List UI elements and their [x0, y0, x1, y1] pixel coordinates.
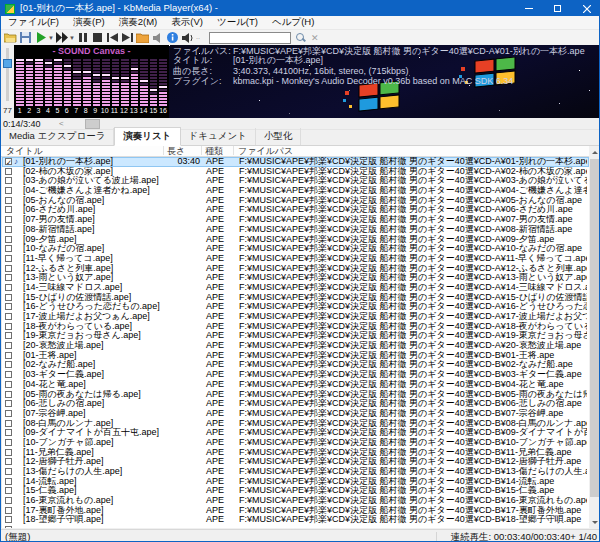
spectrum-analyzer[interactable]: - SOUND Canvas - 12345678910111213141516 — [14, 45, 169, 118]
playlist-row[interactable]: [16-どうせひろった恋だもの.ape]APEF:¥MUSIC¥APE¥邦楽¥C… — [2, 302, 589, 312]
folder-button[interactable] — [135, 31, 150, 44]
volume-menu-caret[interactable]: ·· — [195, 35, 201, 41]
playlist-row[interactable]: [11-早く帰ってコ.ape]APEF:¥MUSIC¥APE¥邦楽¥CD¥決定版… — [2, 254, 589, 264]
open-button[interactable] — [3, 31, 18, 44]
column-type[interactable]: 種類 — [205, 146, 223, 157]
playlist-row[interactable]: [07-宗谷岬.ape]APEF:¥MUSIC¥APE¥邦楽¥CD¥決定版 船村… — [2, 409, 589, 419]
row-checkbox[interactable] — [5, 410, 12, 417]
row-checkbox[interactable] — [5, 342, 12, 349]
playlist-row[interactable]: [15-ひばりの佐渡情話.ape]APEF:¥MUSIC¥APE¥邦楽¥CD¥決… — [2, 293, 589, 303]
row-checkbox[interactable] — [5, 216, 12, 223]
playlist-row[interactable]: [14-流転.ape]APEF:¥MUSIC¥APE¥邦楽¥CD¥決定版 船村徹… — [2, 477, 589, 487]
row-checkbox[interactable] — [5, 420, 12, 427]
playlist-row[interactable]: [17-裏町番外地.ape]APEF:¥MUSIC¥APE¥邦楽¥CD¥決定版 … — [2, 506, 589, 516]
playlist-row[interactable]: [14-三味線マドロス.ape]APEF:¥MUSIC¥APE¥邦楽¥CD¥決定… — [2, 283, 589, 293]
row-checkbox[interactable] — [5, 439, 12, 446]
row-checkbox[interactable] — [5, 526, 12, 528]
playlist-row[interactable]: [17-波止場だよお父つぁん.ape]APEF:¥MUSIC¥APE¥邦楽¥CD… — [2, 312, 589, 322]
playlist-row[interactable]: [12-ふるさと列車.ape]APEF:¥MUSIC¥APE¥邦楽¥CD¥決定版… — [2, 264, 589, 274]
next-button[interactable] — [120, 31, 135, 44]
playlist-row[interactable]: [11-兄弟仁義.ape]APEF:¥MUSIC¥APE¥邦楽¥CD¥決定版 船… — [2, 448, 589, 458]
save-button[interactable] — [18, 31, 33, 44]
row-checkbox[interactable] — [5, 236, 12, 243]
tab-0[interactable]: Media エクスプローラ — [1, 128, 114, 145]
playlist-row-partial[interactable] — [2, 525, 589, 528]
menu-item-4[interactable]: ツール(T) — [210, 16, 265, 29]
row-checkbox[interactable] — [5, 381, 12, 388]
row-checkbox[interactable] — [5, 284, 12, 291]
search-icon[interactable] — [295, 32, 307, 44]
scrollbar-thumb[interactable] — [590, 159, 600, 497]
tab-1[interactable]: 演奏リスト — [114, 127, 180, 146]
row-checkbox[interactable] — [5, 487, 12, 494]
speaker-button[interactable] — [150, 31, 165, 44]
row-checkbox[interactable] — [5, 478, 12, 485]
row-checkbox[interactable] — [5, 313, 12, 320]
row-checkbox[interactable] — [5, 458, 12, 465]
playlist-row[interactable]: [09-ダイナマイトが百五十屯.ape]APEF:¥MUSIC¥APE¥邦楽¥C… — [2, 428, 589, 438]
row-checkbox[interactable] — [5, 187, 12, 194]
previous-button[interactable] — [105, 31, 120, 44]
playlist-row[interactable]: [03-あの娘が泣いてる波止場.ape]APEF:¥MUSIC¥APE¥邦楽¥C… — [2, 176, 589, 186]
row-checkbox[interactable] — [5, 158, 12, 165]
playlist-row[interactable]: [15-仁義.ape]APEF:¥MUSIC¥APE¥邦楽¥CD¥決定版 船村徹… — [2, 486, 589, 496]
playlist-row[interactable]: [03-ギター仁義.ape]APEF:¥MUSIC¥APE¥邦楽¥CD¥決定版 … — [2, 370, 589, 380]
playlist-row[interactable]: [13-雨という奴ア.ape]APEF:¥MUSIC¥APE¥邦楽¥CD¥決定版… — [2, 273, 589, 283]
menu-item-5[interactable]: ヘルプ(H) — [265, 16, 321, 29]
playlist-row[interactable]: [19-東京だョおっ母さん.ape]APEF:¥MUSIC¥APE¥邦楽¥CD¥… — [2, 331, 589, 341]
row-checkbox[interactable] — [5, 323, 12, 330]
playlist-row[interactable]: [16-東京流れもの.ape]APEF:¥MUSIC¥APE¥邦楽¥CD¥決定版… — [2, 496, 589, 506]
playlist-row[interactable]: [04-ご機嫌さんよ達者かね.ape]APEF:¥MUSIC¥APE¥邦楽¥CD… — [2, 186, 589, 196]
row-checkbox[interactable] — [5, 516, 12, 523]
playlist-row[interactable]: [09-夕笛.ape]APEF:¥MUSIC¥APE¥邦楽¥CD¥決定版 船村徹… — [2, 235, 589, 245]
row-checkbox[interactable] — [5, 226, 12, 233]
menu-item-3[interactable]: 表示(V) — [164, 16, 210, 29]
tab-3[interactable]: 小型化 — [256, 128, 302, 145]
title-bar[interactable]: [01-別れの一本杉.ape] - KbMedia Player(x64) - — [1, 1, 600, 16]
menu-item-2[interactable]: 演奏2(M) — [112, 16, 165, 29]
close-button[interactable] — [572, 1, 600, 16]
playlist-row[interactable]: [12-唐獅子牡丹.ape]APEF:¥MUSIC¥APE¥邦楽¥CD¥決定版 … — [2, 457, 589, 467]
playlist-row[interactable]: [20-哀愁波止場.ape]APEF:¥MUSIC¥APE¥邦楽¥CD¥決定版 … — [2, 341, 589, 351]
info-button[interactable] — [165, 31, 180, 44]
row-checkbox[interactable] — [5, 468, 12, 475]
scroll-down-arrow[interactable] — [589, 516, 600, 528]
row-checkbox[interactable] — [5, 429, 12, 436]
row-checkbox[interactable] — [5, 294, 12, 301]
play-mode-button[interactable] — [54, 31, 69, 44]
row-checkbox[interactable] — [5, 265, 12, 272]
maximize-button[interactable] — [543, 1, 572, 16]
row-checkbox[interactable] — [5, 332, 12, 339]
playlist-row[interactable]: [05-おんなの宿.ape]APEF:¥MUSIC¥APE¥邦楽¥CD¥決定版 … — [2, 196, 589, 206]
playlist-row[interactable]: [06-悲しみの宿.ape]APEF:¥MUSIC¥APE¥邦楽¥CD¥決定版 … — [2, 399, 589, 409]
playlist-row[interactable]: [06-さだめ川.ape]APEF:¥MUSIC¥APE¥邦楽¥CD¥決定版 船… — [2, 205, 589, 215]
row-checkbox[interactable] — [5, 168, 12, 175]
row-checkbox[interactable] — [5, 255, 12, 262]
row-checkbox[interactable] — [5, 177, 12, 184]
row-checkbox[interactable] — [5, 352, 12, 359]
row-checkbox[interactable] — [5, 274, 12, 281]
playlist-row[interactable]: [10-なみだの宿.ape]APEF:¥MUSIC¥APE¥邦楽¥CD¥決定版 … — [2, 244, 589, 254]
minimize-button[interactable] — [514, 1, 543, 16]
playlist-row[interactable]: [13-傷だらけの人生.ape]APEF:¥MUSIC¥APE¥邦楽¥CD¥決定… — [2, 467, 589, 477]
row-checkbox[interactable] — [5, 497, 12, 504]
row-checkbox[interactable] — [5, 507, 12, 514]
volume-slider-thumb[interactable] — [3, 59, 12, 68]
volume-slider-track[interactable] — [6, 48, 9, 101]
column-title[interactable]: タイトル — [6, 146, 43, 157]
playlist-row[interactable]: [05-雨の夜あなたは帰る.ape]APEF:¥MUSIC¥APE¥邦楽¥CD¥… — [2, 390, 589, 400]
menu-item-0[interactable]: ファイル(F) — [1, 16, 66, 29]
row-checkbox[interactable] — [5, 361, 12, 368]
playlist-row[interactable]: [10-ブンガチャ節.ape]APEF:¥MUSIC¥APE¥邦楽¥CD¥決定版… — [2, 438, 589, 448]
vertical-scrollbar[interactable] — [589, 146, 600, 528]
column-filepath[interactable]: ファイルパス — [238, 146, 293, 157]
playlist-row[interactable]: [18-夜がわらっている.ape]APEF:¥MUSIC¥APE¥邦楽¥CD¥決… — [2, 322, 589, 332]
volume-slider[interactable]: 77 — [1, 45, 14, 118]
row-checkbox[interactable] — [5, 400, 12, 407]
search-input[interactable] — [209, 32, 291, 44]
stop-button[interactable] — [90, 31, 105, 44]
play-button[interactable] — [33, 31, 48, 44]
playlist-header[interactable]: タイトル 長さ 種類 ファイルパス — [1, 146, 589, 157]
playlist-row[interactable]: [01-王将.ape]APEF:¥MUSIC¥APE¥邦楽¥CD¥決定版 船村徹… — [2, 351, 589, 361]
playlist-row[interactable]: [08-白馬のルンナ.ape]APEF:¥MUSIC¥APE¥邦楽¥CD¥決定版… — [2, 419, 589, 429]
